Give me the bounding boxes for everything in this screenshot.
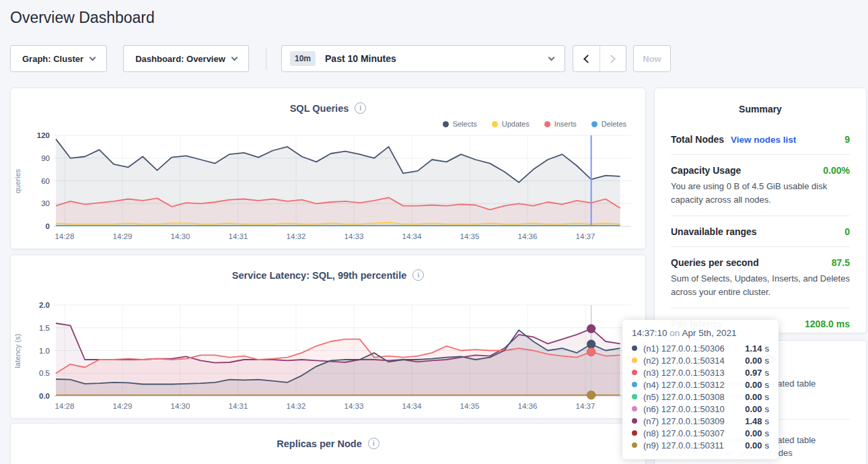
- tooltip-node-row: (n6) 127.0.0.1:503100.00s: [632, 403, 769, 415]
- node-color-dot-icon: [632, 418, 637, 424]
- svg-text:1.0: 1.0: [39, 347, 50, 355]
- now-button[interactable]: Now: [633, 45, 671, 72]
- node-color-dot-icon: [632, 358, 637, 363]
- dashboard-selector-dropdown[interactable]: Dashboard: Overview: [123, 45, 249, 72]
- summary-row: Capacity Usage0.00%You are using 0 B of …: [671, 154, 850, 216]
- tooltip-node-row: (n7) 127.0.0.1:503091.48s: [632, 415, 769, 427]
- sql-queries-chart[interactable]: 030609012014:2814:2914:3014:3114:3214:33…: [11, 130, 647, 246]
- svg-text:0: 0: [46, 222, 50, 230]
- node-color-dot-icon: [632, 394, 637, 399]
- svg-text:2.0: 2.0: [39, 301, 50, 309]
- tooltip-node-value: 0.00: [745, 356, 762, 366]
- info-icon[interactable]: i: [368, 438, 379, 449]
- summary-label: Unavailable ranges: [671, 226, 757, 237]
- legend-item-inserts: Inserts: [544, 120, 577, 128]
- chevron-right-icon: [607, 55, 616, 63]
- summary-row: Total NodesView nodes list9: [671, 124, 850, 154]
- summary-value: 0.00%: [823, 165, 850, 176]
- time-step-buttons: [573, 45, 626, 72]
- chart-hover-tooltip: 14:37:10 on Apr 5th, 2021 (n1) 127.0.0.1…: [622, 320, 779, 459]
- svg-text:14:31: 14:31: [229, 232, 248, 240]
- time-forward-button[interactable]: [600, 46, 626, 71]
- info-icon[interactable]: i: [355, 102, 366, 114]
- legend-dot-icon: [492, 121, 498, 127]
- tooltip-node-label: (n8) 127.0.0.1:50307: [643, 428, 745, 438]
- service-latency-card: Service Latency: SQL, 99th percentile i …: [10, 255, 646, 419]
- tooltip-node-value: 0.00: [745, 440, 762, 451]
- sql-queries-title: SQL Queries: [290, 103, 349, 114]
- summary-title: Summary: [655, 88, 866, 119]
- tooltip-node-row: (n4) 127.0.0.1:503120.00s: [632, 378, 769, 391]
- toolbar-divider: [266, 47, 266, 70]
- summary-description: You are using 0 B of 4.5 GiB usable disk…: [671, 180, 850, 206]
- tooltip-timestamp: 14:37:10 on Apr 5th, 2021: [632, 328, 769, 338]
- tooltip-node-row: (n9) 127.0.0.1:503110.00s: [632, 439, 769, 451]
- svg-text:1.5: 1.5: [39, 324, 50, 332]
- svg-text:14:29: 14:29: [113, 402, 133, 410]
- legend-item-selects: Selects: [443, 120, 477, 128]
- summary-value: 0: [844, 226, 850, 237]
- svg-text:60: 60: [41, 177, 50, 185]
- legend-item-updates: Updates: [492, 120, 530, 128]
- summary-row: Queries per second87.5Sum of Selects, Up…: [671, 246, 850, 308]
- time-range-badge: 10m: [290, 51, 316, 66]
- tooltip-node-value: 0.97: [745, 368, 762, 378]
- svg-text:14:36: 14:36: [518, 232, 538, 240]
- svg-text:14:28: 14:28: [55, 232, 75, 240]
- svg-text:0.0: 0.0: [39, 392, 50, 400]
- tooltip-node-value: 0.00: [745, 404, 762, 414]
- tooltip-node-value: 1.48: [745, 416, 762, 426]
- tooltip-node-label: (n2) 127.0.0.1:50314: [643, 356, 745, 366]
- dashboard-selector-label: Dashboard: Overview: [135, 54, 225, 64]
- svg-text:latency (s): latency (s): [13, 334, 22, 368]
- time-range-picker[interactable]: 10m Past 10 Minutes: [281, 45, 565, 72]
- node-color-dot-icon: [632, 382, 637, 387]
- svg-text:14:33: 14:33: [345, 232, 364, 240]
- tooltip-node-row: (n5) 127.0.0.1:503080.00s: [632, 391, 769, 403]
- tooltip-node-value: 0.00: [745, 428, 762, 438]
- info-icon[interactable]: i: [412, 269, 424, 281]
- tooltip-node-row: (n8) 127.0.0.1:503070.00s: [632, 427, 769, 439]
- graph-selector-label: Graph: Cluster: [22, 54, 83, 64]
- tooltip-node-value: 0.00: [745, 380, 762, 390]
- graph-selector-dropdown[interactable]: Graph: Cluster: [10, 45, 107, 72]
- time-back-button[interactable]: [573, 46, 600, 71]
- node-color-dot-icon: [632, 345, 637, 351]
- tooltip-node-unit: s: [765, 440, 770, 451]
- summary-row-head: Queries per second87.5: [671, 257, 850, 268]
- tooltip-node-unit: s: [765, 428, 770, 438]
- summary-row-head: Unavailable ranges0: [671, 226, 850, 237]
- tooltip-node-label: (n4) 127.0.0.1:50312: [643, 380, 745, 390]
- sql-queries-legend: SelectsUpdatesInsertsDeletes: [443, 120, 626, 128]
- tooltip-node-row: (n1) 127.0.0.1:503061.14s: [632, 342, 769, 354]
- tooltip-node-unit: s: [765, 416, 770, 426]
- legend-item-deletes: Deletes: [591, 120, 626, 128]
- tooltip-node-label: (n5) 127.0.0.1:50308: [643, 392, 745, 402]
- svg-text:90: 90: [41, 154, 50, 162]
- chevron-down-icon: [548, 54, 555, 61]
- svg-text:14:37: 14:37: [576, 402, 595, 410]
- svg-text:14:30: 14:30: [171, 402, 190, 410]
- service-latency-chart[interactable]: 0.00.51.01.52.014:2814:2914:3014:3114:32…: [11, 300, 647, 416]
- chevron-down-icon: [231, 54, 238, 61]
- tooltip-time: 14:37:10: [632, 328, 667, 338]
- legend-label: Updates: [502, 120, 530, 128]
- view-nodes-list-link[interactable]: View nodes list: [731, 135, 796, 145]
- svg-text:14:35: 14:35: [460, 232, 480, 240]
- overview-dashboard-page: Overview Dashboard Graph: Cluster Dashbo…: [0, 0, 868, 464]
- tooltip-node-label: (n1) 127.0.0.1:50306: [643, 343, 745, 354]
- sql-queries-card: SQL Queries i SelectsUpdatesInsertsDelet…: [10, 88, 646, 249]
- svg-text:14:36: 14:36: [518, 402, 538, 410]
- replicas-per-node-title: Replicas per Node: [277, 438, 362, 449]
- tooltip-node-label: (n3) 127.0.0.1:50313: [643, 368, 745, 378]
- summary-value: 1208.0 ms: [805, 319, 850, 329]
- svg-text:14:37: 14:37: [576, 232, 595, 240]
- svg-text:0.5: 0.5: [39, 369, 50, 377]
- svg-text:30: 30: [41, 199, 50, 207]
- legend-label: Inserts: [554, 120, 577, 128]
- svg-text:14:34: 14:34: [402, 232, 422, 240]
- chevron-down-icon: [89, 54, 96, 61]
- svg-text:14:28: 14:28: [55, 402, 75, 410]
- time-range-label: Past 10 Minutes: [325, 53, 396, 64]
- tooltip-node-row: (n3) 127.0.0.1:503130.97s: [632, 366, 769, 378]
